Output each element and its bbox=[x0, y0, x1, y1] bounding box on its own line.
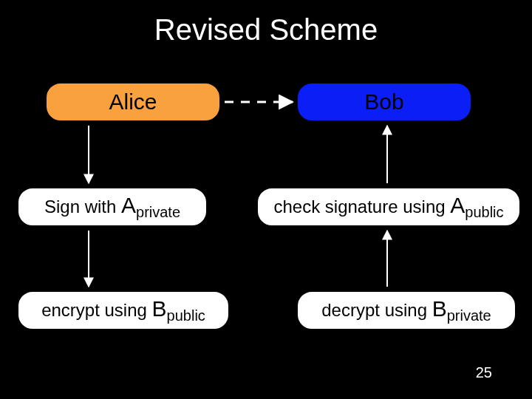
step-decrypt: decrypt using Bprivate bbox=[296, 290, 517, 331]
step-encrypt: encrypt using Bpublic bbox=[16, 290, 231, 331]
step-check-label: check signature using Apublic bbox=[273, 193, 503, 221]
step-encrypt-label: encrypt using Bpublic bbox=[41, 296, 205, 324]
actor-bob-label: Bob bbox=[364, 89, 403, 115]
step-decrypt-label: decrypt using Bprivate bbox=[321, 296, 491, 324]
actor-bob: Bob bbox=[296, 81, 473, 123]
slide-title: Revised Scheme bbox=[0, 13, 532, 47]
page-number: 25 bbox=[476, 364, 492, 381]
actor-alice-label: Alice bbox=[109, 89, 157, 115]
step-sign-label: Sign with Aprivate bbox=[44, 193, 180, 221]
step-check: check signature using Apublic bbox=[256, 186, 522, 228]
actor-alice: Alice bbox=[44, 81, 222, 123]
step-sign: Sign with Aprivate bbox=[16, 186, 208, 228]
